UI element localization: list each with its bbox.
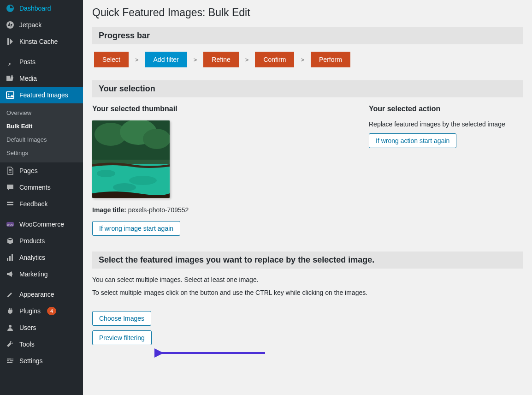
progress-bar-header: Progress bar (92, 27, 523, 44)
submenu-bulk-edit[interactable]: Bulk Edit (0, 120, 83, 133)
replace-header: Select the featured images you want to r… (92, 251, 523, 269)
svg-rect-12 (7, 359, 12, 359)
svg-point-3 (8, 94, 10, 95)
svg-point-11 (9, 325, 12, 328)
sidebar-item-dashboard[interactable]: Dashboard (0, 0, 83, 17)
sidebar-item-settings[interactable]: Settings (0, 353, 83, 369)
plugins-badge: 4 (47, 307, 56, 315)
svg-rect-10 (12, 254, 13, 261)
featured-icon (6, 90, 15, 100)
sidebar-item-label: Marketing (19, 270, 47, 278)
sidebar-item-comments[interactable]: Comments (0, 179, 83, 196)
appearance-icon (6, 290, 15, 299)
svg-point-1 (11, 75, 13, 77)
sidebar-item-feedback[interactable]: Feedback (0, 196, 83, 212)
admin-sidebar: Dashboard Jetpack Kinsta Cache Posts Med… (0, 0, 83, 395)
step-confirm[interactable]: Confirm (255, 52, 294, 67)
sidebar-item-label: Featured Images (19, 91, 68, 99)
sidebar-item-kinsta[interactable]: Kinsta Cache (0, 33, 83, 50)
selected-action-column: Your selected action Replace featured im… (369, 105, 523, 240)
replace-desc-2: To select multiple images click on the b… (92, 289, 523, 296)
svg-text:woo: woo (6, 223, 13, 226)
media-icon (6, 74, 15, 83)
svg-point-23 (97, 170, 115, 177)
wrong-action-button[interactable]: If wrong action start again (369, 133, 456, 148)
sidebar-item-label: Tools (19, 341, 35, 348)
sidebar-item-label: Settings (19, 357, 43, 365)
svg-rect-5 (7, 204, 13, 205)
svg-point-21 (143, 129, 170, 149)
wrong-image-button[interactable]: If wrong image start again (92, 221, 180, 236)
feedback-icon (6, 199, 15, 209)
sidebar-item-featured-images[interactable]: Featured Images (0, 87, 83, 103)
sidebar-item-tools[interactable]: Tools (0, 336, 83, 353)
analytics-icon (6, 253, 15, 262)
svg-point-25 (113, 183, 136, 192)
preview-filtering-button[interactable]: Preview filtering (92, 330, 152, 345)
step-select[interactable]: Select (94, 52, 129, 67)
chevron-right-icon: > (133, 56, 141, 63)
replace-desc-1: You can select multiple images. Select a… (92, 276, 523, 283)
image-title-label: Image title: (92, 206, 126, 214)
sidebar-item-jetpack[interactable]: Jetpack (0, 17, 83, 33)
marketing-icon (6, 269, 15, 279)
sidebar-item-label: Analytics (19, 254, 45, 261)
jetpack-icon (6, 20, 15, 30)
image-title-value: pexels-photo-709552 (128, 206, 189, 214)
kinsta-icon (6, 37, 15, 46)
submenu-overview[interactable]: Overview (0, 106, 83, 120)
sidebar-item-label: Posts (19, 58, 35, 66)
svg-rect-9 (9, 256, 11, 261)
svg-rect-8 (7, 258, 8, 261)
selected-thumbnail-column: Your selected thumbnail Image ti (92, 105, 341, 240)
pages-icon (6, 166, 15, 175)
sidebar-submenu: Overview Bulk Edit Default Images Settin… (0, 103, 83, 162)
action-text: Replace featured images by the selected … (369, 120, 523, 128)
settings-icon (6, 356, 15, 365)
sidebar-item-label: Media (19, 75, 37, 82)
sidebar-item-woocommerce[interactable]: woo WooCommerce (0, 216, 83, 233)
woo-icon: woo (6, 220, 15, 229)
svg-rect-14 (7, 360, 9, 361)
sidebar-item-label: Products (19, 237, 45, 245)
chevron-right-icon: > (192, 56, 199, 63)
svg-point-24 (129, 176, 157, 185)
step-refine[interactable]: Refine (203, 52, 238, 67)
svg-rect-16 (7, 362, 12, 363)
submenu-default-images[interactable]: Default Images (0, 133, 83, 146)
step-add-filter[interactable]: Add filter (145, 52, 187, 67)
progress-steps: Select > Add filter > Refine > Confirm >… (92, 52, 523, 67)
chevron-right-icon: > (243, 56, 251, 63)
sidebar-item-plugins[interactable]: Plugins 4 (0, 303, 83, 319)
sidebar-item-label: Kinsta Cache (19, 38, 58, 45)
products-icon (6, 236, 15, 245)
svg-rect-15 (10, 360, 13, 361)
sidebar-item-label: Users (19, 324, 36, 331)
main-content: Quick Featured Images: Bulk Edit Progres… (83, 0, 532, 395)
sidebar-item-products[interactable]: Products (0, 233, 83, 249)
sidebar-item-appearance[interactable]: Appearance (0, 286, 83, 303)
svg-rect-4 (7, 202, 13, 203)
users-icon (6, 323, 15, 332)
sidebar-item-pages[interactable]: Pages (0, 162, 83, 179)
sidebar-item-posts[interactable]: Posts (0, 54, 83, 70)
action-heading: Your selected action (369, 105, 523, 113)
chevron-right-icon: > (299, 56, 306, 63)
sidebar-item-marketing[interactable]: Marketing (0, 266, 83, 282)
sidebar-item-label: Jetpack (19, 21, 41, 29)
sidebar-item-label: Pages (19, 167, 38, 174)
dashboard-icon (6, 4, 15, 13)
sidebar-item-label: WooCommerce (19, 221, 64, 228)
sidebar-item-users[interactable]: Users (0, 319, 83, 336)
step-perform[interactable]: Perform (311, 52, 350, 67)
sidebar-item-analytics[interactable]: Analytics (0, 249, 83, 266)
selected-thumbnail-image (92, 120, 170, 198)
svg-rect-13 (12, 359, 13, 359)
submenu-settings[interactable]: Settings (0, 146, 83, 160)
sidebar-item-label: Plugins (19, 307, 41, 315)
comments-icon (6, 183, 15, 192)
plugins-icon (6, 306, 15, 316)
choose-images-button[interactable]: Choose Images (92, 311, 151, 326)
sidebar-item-media[interactable]: Media (0, 70, 83, 87)
sidebar-item-label: Appearance (19, 291, 54, 298)
